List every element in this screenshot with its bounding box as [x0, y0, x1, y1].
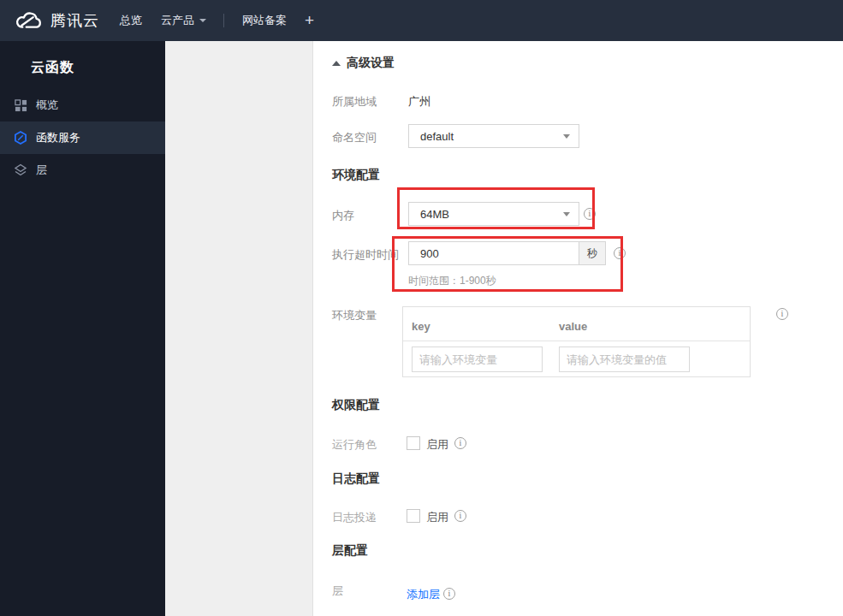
- env-key-header: key: [412, 320, 430, 333]
- add-layer-link[interactable]: 添加层: [407, 587, 440, 602]
- env-key-input[interactable]: [412, 346, 543, 372]
- caret-down-icon: [563, 134, 570, 139]
- layer-label: 层: [332, 583, 343, 599]
- sidebar-title: 云函数: [0, 41, 165, 77]
- triangle-up-icon: [332, 61, 341, 66]
- function-config-form: 高级设置 所属地域 广州 命名空间 default 环境配置 内存 64MB 执…: [313, 41, 843, 616]
- timeout-hint: 时间范围：1-900秒: [408, 274, 496, 288]
- memory-select[interactable]: 64MB: [408, 202, 579, 226]
- nav-icp-label: 网站备案: [242, 13, 287, 28]
- log-delivery-info-icon[interactable]: [454, 510, 466, 522]
- layer-section-heading: 层配置: [332, 543, 368, 559]
- brand[interactable]: 腾讯云: [15, 0, 99, 41]
- run-role-checkbox[interactable]: [407, 436, 420, 450]
- log-section-heading: 日志配置: [332, 471, 380, 487]
- caret-down-icon: [563, 212, 570, 216]
- memory-label: 内存: [332, 208, 354, 223]
- env-value-input[interactable]: [559, 346, 690, 372]
- namespace-label: 命名空间: [332, 130, 377, 145]
- sidebar-item-label: 函数服务: [36, 130, 80, 145]
- perm-section-heading: 权限配置: [332, 398, 380, 413]
- advanced-settings-toggle[interactable]: 高级设置: [332, 56, 395, 71]
- add-layer-info-icon[interactable]: [443, 588, 455, 600]
- namespace-select[interactable]: default: [408, 124, 579, 148]
- region-value: 广州: [408, 94, 430, 110]
- secondary-panel: [165, 41, 313, 616]
- grid-icon: [14, 98, 27, 112]
- nav-icp-filing[interactable]: 网站备案: [242, 0, 287, 41]
- timeout-input[interactable]: [408, 241, 579, 265]
- run-role-info-icon[interactable]: [454, 437, 466, 449]
- env-vars-info-icon[interactable]: [776, 308, 788, 320]
- timeout-label: 执行超时时间: [332, 247, 399, 263]
- plus-icon: +: [305, 11, 314, 30]
- log-delivery-enable-label: 启用: [426, 510, 448, 525]
- caret-down-icon: [199, 19, 206, 22]
- sidebar-menu: 概览 函数服务 层: [0, 89, 165, 187]
- hexagon-function-icon: [14, 131, 27, 145]
- memory-info-icon[interactable]: [584, 208, 596, 220]
- top-navbar: 腾讯云 总览 云产品 网站备案 +: [0, 0, 843, 41]
- nav-cloud-products[interactable]: 云产品: [161, 0, 206, 41]
- namespace-select-value: default: [420, 130, 563, 143]
- advanced-settings-label: 高级设置: [347, 56, 395, 71]
- tencent-cloud-console: 腾讯云 总览 云产品 网站备案 + 云函数: [0, 0, 843, 616]
- nav-add-tab-button[interactable]: +: [305, 0, 314, 41]
- sidebar-item-function-service[interactable]: 函数服务: [0, 121, 165, 154]
- layers-icon: [14, 163, 27, 177]
- log-delivery-checkbox[interactable]: [407, 509, 420, 523]
- cloud-logo-icon: [15, 11, 43, 31]
- env-vars-label: 环境变量: [332, 308, 377, 323]
- run-role-enable-label: 启用: [426, 437, 448, 453]
- sidebar: 云函数 概览: [0, 41, 165, 616]
- nav-cloud-products-label: 云产品: [161, 13, 194, 28]
- region-label: 所属地域: [332, 94, 377, 110]
- nav-overview[interactable]: 总览: [120, 0, 142, 41]
- sidebar-item-label: 概览: [36, 98, 58, 113]
- sidebar-item-overview[interactable]: 概览: [0, 89, 165, 121]
- timeout-info-icon[interactable]: [614, 247, 626, 259]
- nav-overview-label: 总览: [120, 13, 142, 28]
- sidebar-item-label: 层: [36, 163, 47, 178]
- brand-name: 腾讯云: [50, 10, 99, 31]
- log-delivery-label: 日志投递: [332, 510, 377, 525]
- env-value-header: value: [559, 320, 587, 333]
- env-vars-table: key value: [402, 306, 751, 377]
- table-divider: [403, 341, 750, 341]
- sidebar-item-layers[interactable]: 层: [0, 154, 165, 187]
- memory-select-value: 64MB: [420, 208, 563, 221]
- env-section-heading: 环境配置: [332, 168, 380, 183]
- timeout-unit: 秒: [579, 241, 606, 265]
- nav-divider: [223, 14, 224, 27]
- run-role-label: 运行角色: [332, 437, 377, 453]
